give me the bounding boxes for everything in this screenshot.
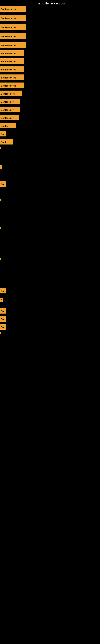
bar-label: Bo bbox=[0, 181, 6, 187]
bar-label: c bbox=[0, 165, 1, 169]
bar-item: Bottle bbox=[0, 139, 13, 144]
bar-label: Bottle bbox=[0, 139, 13, 144]
bar-item bbox=[0, 199, 1, 201]
bar-item: Bottleneck res bbox=[0, 33, 26, 39]
bar-label: Bottleneck r bbox=[0, 107, 20, 112]
bar-item: Bottleneck r bbox=[0, 115, 19, 120]
bar-item: Bottleneck res bbox=[0, 82, 24, 88]
bar-item: Bottleneck res bbox=[0, 42, 26, 48]
bar-label: Bottleneck res bbox=[0, 42, 26, 48]
bar-item: Bo bbox=[0, 288, 6, 294]
bar-item: Bottleneck r bbox=[0, 98, 20, 104]
bar-label: Bo bbox=[0, 131, 6, 136]
bar-label: Bot bbox=[0, 324, 6, 330]
bar-label: Bottleneck res bbox=[0, 66, 24, 72]
bar-item: Bot bbox=[0, 324, 6, 330]
bar-label: Bo bbox=[0, 308, 6, 314]
bar-label: Bottleneck r bbox=[0, 115, 19, 120]
bar-label: Bo bbox=[0, 288, 6, 294]
bar-label: Bo bbox=[0, 316, 6, 322]
bar-label: Bottleneck res bbox=[0, 50, 24, 56]
bar-label: Bottleneck resu bbox=[0, 24, 26, 30]
bar-item: Bottleneck resu bbox=[0, 24, 26, 30]
bar-item: Bottleneck resu bbox=[0, 15, 26, 21]
bar-item bbox=[0, 258, 1, 260]
bar-item: Bottleneck r bbox=[0, 107, 20, 112]
bar-line bbox=[0, 199, 1, 201]
bar-label: Bottleneck res bbox=[0, 82, 24, 88]
bar-item bbox=[0, 332, 1, 334]
bar-item: Bottleneck res bbox=[0, 58, 24, 64]
bar-item: Bo bbox=[0, 316, 6, 322]
bar-line bbox=[0, 147, 1, 149]
bar-item bbox=[0, 228, 1, 230]
bar-line bbox=[0, 228, 1, 230]
bar-label: Bottleneck resu bbox=[0, 15, 26, 21]
bar-label: Bottleneck resu bbox=[0, 6, 26, 12]
bar-item: Bottleneck resu bbox=[0, 6, 26, 12]
bar-item: Bottleneck re bbox=[0, 90, 22, 96]
bar-label: Bottleneck res bbox=[0, 33, 26, 39]
bar-item: Bottleneck res bbox=[0, 50, 24, 56]
bar-line bbox=[0, 258, 1, 260]
bar-label: Bottleneck res bbox=[0, 74, 24, 80]
bar-label: Bottleneck res bbox=[0, 58, 24, 64]
bar-line bbox=[0, 332, 1, 334]
site-title: TheBottlenecker.com bbox=[0, 0, 100, 7]
bar-item bbox=[0, 147, 1, 149]
bar-item: B bbox=[0, 298, 3, 302]
bar-label: Bottleneck r bbox=[0, 98, 20, 104]
bar-item: Bo bbox=[0, 181, 6, 187]
bar-item: Bo bbox=[0, 131, 6, 136]
bar-label: Bottleneck re bbox=[0, 90, 22, 96]
bar-item: Bottleneck res bbox=[0, 74, 24, 80]
bar-item: Bo bbox=[0, 308, 6, 314]
bar-label: B bbox=[0, 298, 3, 302]
bar-label: Bottlen bbox=[0, 123, 16, 128]
bar-item: Bottleneck res bbox=[0, 66, 24, 72]
bar-item: Bottlen bbox=[0, 123, 16, 128]
bar-item: c bbox=[0, 165, 1, 169]
